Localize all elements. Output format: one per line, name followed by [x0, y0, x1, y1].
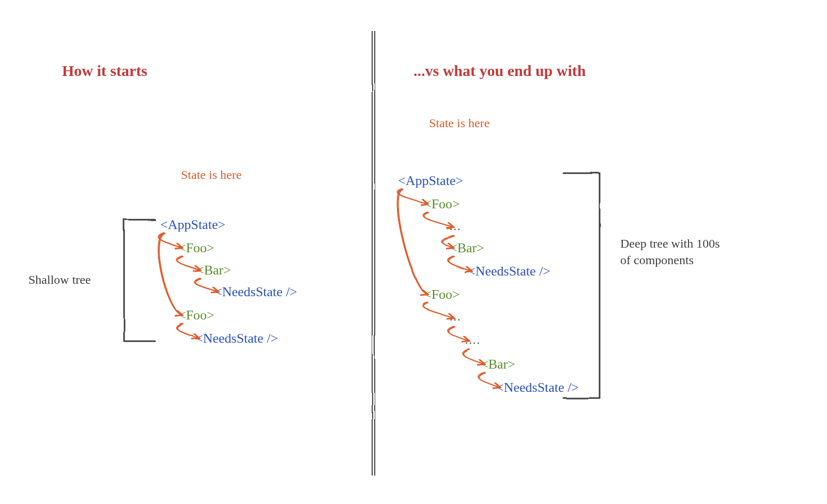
right-node-r7: .... — [465, 333, 481, 347]
right-node-r1: <Foo> — [424, 196, 460, 212]
right-annotation: Deep tree with 100s of components — [620, 235, 724, 269]
right-node-r4: <NeedsState /> — [468, 264, 550, 279]
left-node-l5: <NeedsState /> — [195, 331, 278, 346]
right-heading: ...vs what you end up with — [414, 62, 586, 80]
right-node-r0: <AppState> — [398, 173, 463, 189]
left-node-l3: <NeedsState /> — [215, 284, 297, 300]
left-state-label: State is here — [181, 168, 241, 182]
left-annotation: Shallow tree — [28, 271, 91, 288]
left-node-l1: <Foo> — [178, 240, 215, 256]
right-node-r8: <Bar> — [481, 357, 515, 372]
left-heading: How it starts — [62, 62, 147, 80]
left-node-l0: <AppState> — [160, 217, 225, 233]
left-bracket — [124, 220, 155, 341]
center-divider — [372, 31, 375, 476]
right-bracket — [563, 173, 600, 398]
right-node-r2: ... — [450, 220, 462, 233]
right-node-r3: <Bar> — [450, 240, 484, 256]
left-node-l4: <Foo> — [178, 308, 215, 323]
right-state-label: State is here — [429, 116, 489, 130]
left-node-l2: <Bar> — [196, 263, 231, 278]
right-node-r9: <NeedsState /> — [496, 380, 579, 395]
right-node-r6: ... — [450, 310, 462, 324]
right-node-r5: <Foo> — [424, 287, 460, 302]
